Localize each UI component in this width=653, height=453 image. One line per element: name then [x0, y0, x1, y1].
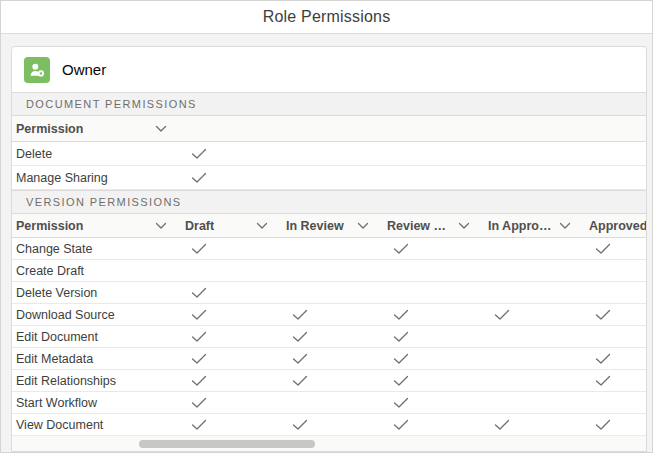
- granted-cell: [581, 419, 646, 431]
- column-header-in-review[interactable]: In Review: [278, 219, 379, 233]
- section-version-permissions: Version Permissions: [12, 190, 646, 214]
- granted-cell: [177, 419, 278, 431]
- checkmark-icon: [191, 287, 207, 299]
- table-row-view-document: View Document: [12, 414, 646, 436]
- granted-cell: [379, 397, 480, 409]
- checkmark-icon: [191, 331, 207, 343]
- column-header-label: Draft: [185, 219, 214, 233]
- checkmark-icon: [494, 309, 510, 321]
- checkmark-icon: [595, 353, 611, 365]
- checkmark-icon: [191, 375, 207, 387]
- column-header-permission[interactable]: Permission: [12, 122, 177, 136]
- permission-name: Download Source: [16, 308, 115, 322]
- granted-cell: [278, 353, 379, 365]
- checkmark-icon: [191, 353, 207, 365]
- granted-cell: [278, 331, 379, 343]
- permission-name: Create Draft: [16, 264, 84, 278]
- granted-cell: [177, 148, 278, 160]
- permission-name-cell: Create Draft: [12, 264, 177, 278]
- granted-cell: [379, 419, 480, 431]
- granted-cell: [278, 375, 379, 387]
- checkmark-icon: [393, 331, 409, 343]
- granted-cell: [177, 331, 278, 343]
- granted-cell: [177, 353, 278, 365]
- granted-cell: [278, 309, 379, 321]
- permission-name-cell: Edit Relationships: [12, 374, 177, 388]
- chevron-down-icon[interactable]: [155, 125, 167, 133]
- permission-name-cell: Edit Metadata: [12, 352, 177, 366]
- permission-name-cell: Download Source: [12, 308, 177, 322]
- checkmark-icon: [191, 419, 207, 431]
- granted-cell: [379, 309, 480, 321]
- table-row-delete-version: Delete Version: [12, 282, 646, 304]
- table-row-edit-metadata: Edit Metadata: [12, 348, 646, 370]
- granted-cell: [177, 397, 278, 409]
- column-header-label: In Approval: [488, 219, 555, 233]
- checkmark-icon: [191, 243, 207, 255]
- table-row-edit-relationships: Edit Relationships: [12, 370, 646, 392]
- checkmark-icon: [393, 243, 409, 255]
- table-row-delete: Delete: [12, 142, 646, 166]
- granted-cell: [379, 331, 480, 343]
- table-row-create-draft: Create Draft: [12, 260, 646, 282]
- checkmark-icon: [292, 331, 308, 343]
- column-header-draft[interactable]: Draft: [177, 219, 278, 233]
- column-header-label: Permission: [16, 122, 83, 136]
- chevron-down-icon[interactable]: [155, 222, 167, 230]
- document-permissions-table: Permission DeleteManage Sharing: [12, 116, 646, 190]
- granted-cell: [379, 375, 480, 387]
- checkmark-icon: [292, 353, 308, 365]
- page-header: Role Permissions: [1, 1, 652, 34]
- granted-cell: [480, 309, 581, 321]
- chevron-down-icon[interactable]: [458, 222, 470, 230]
- permission-name-cell: Manage Sharing: [12, 171, 177, 185]
- checkmark-icon: [393, 397, 409, 409]
- granted-cell: [379, 243, 480, 255]
- section-document-permissions: Document Permissions: [12, 92, 646, 116]
- scrollbar-thumb[interactable]: [139, 440, 315, 448]
- table-row-change-state: Change State: [12, 238, 646, 260]
- checkmark-icon: [292, 375, 308, 387]
- page-title: Role Permissions: [263, 8, 391, 26]
- table-row-manage-sharing: Manage Sharing: [12, 166, 646, 190]
- checkmark-icon: [191, 172, 207, 184]
- chevron-down-icon[interactable]: [256, 222, 268, 230]
- checkmark-icon: [595, 309, 611, 321]
- checkmark-icon: [494, 419, 510, 431]
- table-row-edit-document: Edit Document: [12, 326, 646, 348]
- permission-name-cell: Start Workflow: [12, 396, 177, 410]
- role-name: Owner: [62, 61, 106, 78]
- granted-cell: [177, 309, 278, 321]
- granted-cell: [480, 419, 581, 431]
- chevron-down-icon[interactable]: [357, 222, 369, 230]
- checkmark-icon: [292, 309, 308, 321]
- checkmark-icon: [191, 148, 207, 160]
- column-header-in-approval[interactable]: In Approval: [480, 219, 581, 233]
- checkmark-icon: [393, 375, 409, 387]
- horizontal-scrollbar[interactable]: [12, 435, 646, 451]
- permission-name: Delete Version: [16, 286, 97, 300]
- checkmark-icon: [595, 243, 611, 255]
- checkmark-icon: [595, 375, 611, 387]
- role-permissions-screen: Role Permissions Owner Document Permissi…: [0, 0, 653, 453]
- checkmark-icon: [393, 309, 409, 321]
- checkmark-icon: [191, 397, 207, 409]
- permission-name: View Document: [16, 418, 103, 432]
- column-header-permission[interactable]: Permission: [12, 219, 177, 233]
- granted-cell: [581, 243, 646, 255]
- document-table-header: Permission: [12, 116, 646, 142]
- column-header-approved[interactable]: Approved: [581, 219, 646, 233]
- granted-cell: [379, 353, 480, 365]
- checkmark-icon: [393, 419, 409, 431]
- table-row-start-workflow: Start Workflow: [12, 392, 646, 414]
- permission-name: Delete: [16, 147, 52, 161]
- column-header-review-com[interactable]: Review Com...: [379, 219, 480, 233]
- granted-cell: [177, 243, 278, 255]
- permission-name: Edit Metadata: [16, 352, 93, 366]
- chevron-down-icon[interactable]: [559, 222, 571, 230]
- column-header-label: Permission: [16, 219, 83, 233]
- permission-name-cell: View Document: [12, 418, 177, 432]
- permission-name: Edit Relationships: [16, 374, 116, 388]
- granted-cell: [581, 375, 646, 387]
- checkmark-icon: [393, 353, 409, 365]
